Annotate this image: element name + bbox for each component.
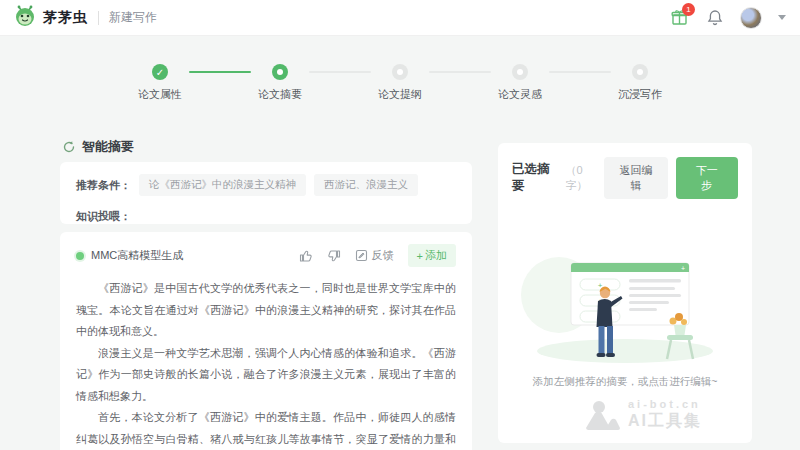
- step-paper-outline[interactable]: 论文提纲: [371, 64, 429, 102]
- recommend-conditions-card: 推荐条件： 论《西游记》中的浪漫主义精神 西游记、浪漫主义 知识投喂：: [60, 162, 472, 224]
- next-step-button[interactable]: 下一步: [676, 157, 738, 199]
- feedback-button[interactable]: 反馈: [355, 248, 394, 263]
- add-abstract-button[interactable]: + 添加: [408, 244, 456, 267]
- watermark-title: AI工具集: [628, 411, 702, 432]
- wizard-stepper: ✓ 论文属性 论文摘要 论文提纲 论文灵感 沉浸写作: [131, 64, 669, 102]
- selected-abstract-count: （0字）: [566, 163, 605, 193]
- stepper-connector: [189, 71, 251, 73]
- refresh-icon: [62, 140, 76, 154]
- watermark: ai-bot.cn AI工具集: [586, 398, 702, 432]
- conditions-label: 推荐条件：: [76, 178, 131, 193]
- brand-name: 茅茅虫: [43, 9, 88, 27]
- stepper-connector: [429, 71, 491, 73]
- brand-home-link[interactable]: 茅茅虫: [14, 5, 88, 31]
- step-paper-inspiration[interactable]: 论文灵感: [491, 64, 549, 102]
- smart-abstract-section-title: 智能摘要: [62, 138, 134, 156]
- selected-abstract-title: 已选摘要: [512, 161, 562, 195]
- abstract-text: 《西游记》是中国古代文学的优秀代表之一，同时也是世界文学宝库中的瑰宝。本论文旨在…: [76, 278, 456, 450]
- watermark-domain: ai-bot.cn: [628, 398, 702, 410]
- gift-badge: 1: [682, 3, 695, 16]
- svg-text:+: +: [681, 265, 685, 272]
- panel-buttons: 返回编辑 下一步: [604, 157, 738, 199]
- model-row: MMC高精模型生成 反馈: [76, 244, 456, 267]
- header-divider: [98, 11, 99, 25]
- conditions-row: 推荐条件： 论《西游记》中的浪漫主义精神 西游记、浪漫主义: [76, 174, 456, 196]
- stepper-connector: [309, 71, 371, 73]
- brand-bug-icon: [14, 5, 36, 31]
- abstract-paragraph: 《西游记》是中国古代文学的优秀代表之一，同时也是世界文学宝库中的瑰宝。本论文旨在…: [76, 278, 456, 343]
- knowledge-feed-label: 知识投喂：: [76, 209, 131, 224]
- abstract-paragraph: 首先，本论文分析了《西游记》中的爱情主题。作品中，师徒四人的感情纠葛以及孙悟空与…: [76, 407, 456, 450]
- empty-state-illustration-wrap: + +++: [512, 243, 738, 365]
- step-paper-attributes[interactable]: ✓ 论文属性: [131, 64, 189, 102]
- plus-icon: +: [417, 250, 423, 262]
- model-status-dot: [76, 252, 84, 260]
- thumbs-up-icon: [299, 249, 313, 263]
- bell-icon: [707, 9, 723, 26]
- abstract-actions: 反馈 + 添加: [299, 244, 456, 267]
- selected-abstract-header: 已选摘要 （0字） 返回编辑 下一步: [512, 157, 738, 199]
- step-paper-abstract[interactable]: 论文摘要: [251, 64, 309, 102]
- page-title: 新建写作: [109, 9, 157, 26]
- gift-button[interactable]: 1: [668, 7, 690, 29]
- watermark-logo-icon: [586, 400, 620, 430]
- user-menu-chevron-down-icon[interactable]: [778, 15, 786, 20]
- step-immersive-writing[interactable]: 沉浸写作: [611, 64, 669, 102]
- thumbs-down-icon: [327, 249, 341, 263]
- abstract-paragraph: 浪漫主义是一种文学艺术思潮，强调个人内心情感的体验和追求。《西游记》作为一部史诗…: [76, 343, 456, 408]
- step-current-dot: [272, 64, 288, 80]
- generated-abstract-card: MMC高精模型生成 反馈: [60, 232, 472, 450]
- notifications-button[interactable]: [704, 7, 726, 29]
- empty-state-illustration: + +++: [521, 243, 729, 365]
- empty-state-hint: 添加左侧推荐的摘要，或点击进行编辑~: [512, 375, 738, 389]
- step-todo-dot: [632, 64, 648, 80]
- step-done-check-icon: ✓: [152, 64, 168, 80]
- user-avatar[interactable]: [740, 7, 762, 29]
- back-to-edit-button[interactable]: 返回编辑: [604, 157, 667, 199]
- condition-tag: 西游记、浪漫主义: [314, 174, 418, 196]
- header-actions: 1: [668, 7, 786, 29]
- thumbs-down-button[interactable]: [327, 249, 341, 263]
- stepper-connector: [549, 71, 611, 73]
- app-root: 茅茅虫 新建写作 1: [0, 0, 800, 450]
- thumbs-up-button[interactable]: [299, 249, 313, 263]
- step-todo-dot: [512, 64, 528, 80]
- condition-tag: 论《西游记》中的浪漫主义精神: [139, 174, 306, 196]
- knowledge-feed-row: 知识投喂：: [76, 209, 456, 224]
- model-name: MMC高精模型生成: [91, 248, 183, 263]
- step-todo-dot: [392, 64, 408, 80]
- top-header: 茅茅虫 新建写作 1: [0, 0, 800, 36]
- feedback-icon: [355, 249, 368, 262]
